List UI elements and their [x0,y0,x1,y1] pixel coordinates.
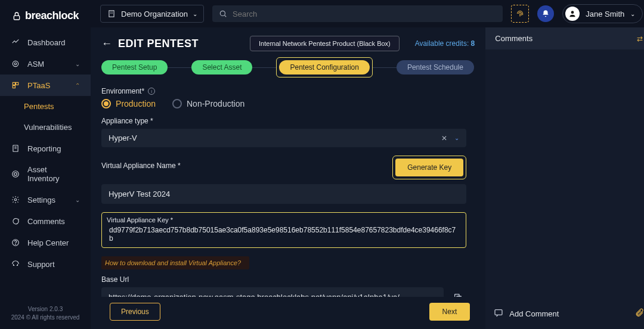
search-input[interactable] [233,10,497,18]
main: Demo Organization ⌄ Jane Smith ⌄ ← EDI [91,0,644,329]
sidebar-nav: Dashboard ASM ⌄ PTaaS ⌃ Pentests Vulnera… [0,32,91,299]
sidebar-footer: Version 2.0.3 2024 © All rights reserved [0,299,91,329]
target-icon [11,59,20,69]
comments-panel: Comments ⇄ Add Comment [485,27,644,329]
sidebar: breachlock Dashboard ASM ⌄ PTaaS ⌃ Pente… [0,0,91,329]
brand-text: breachlock [25,10,79,22]
sidebar-item-reporting[interactable]: Reporting [0,138,91,159]
clear-icon[interactable]: ✕ [441,134,447,142]
generate-key-button[interactable]: Generate Key [395,159,463,176]
step-configuration[interactable]: Pentest Configuration [279,60,369,75]
svg-point-2 [14,63,17,65]
step-schedule[interactable]: Pentest Schedule [397,60,474,75]
sidebar-item-help[interactable]: Help Center [0,232,91,253]
credits-label: Available credits: 8 [415,39,475,48]
back-arrow[interactable]: ← [101,38,112,50]
radio-dot-icon [172,99,182,108]
svg-point-13 [220,11,225,15]
topbar: Demo Organization ⌄ Jane Smith ⌄ [91,0,644,27]
expand-icon[interactable]: ⇄ [637,35,643,43]
product-chip: Internal Network Pentest Product (Black … [250,36,400,51]
svg-rect-0 [14,15,19,20]
sidebar-item-asset-inventory[interactable]: Asset Inventory [0,159,91,189]
va-key-group: Virtual Appliance Key * dd9779f2b713aecd… [101,212,466,248]
chevron-up-icon: ⌃ [75,82,80,89]
svg-point-9 [14,198,17,201]
svg-rect-12 [109,11,114,17]
sidebar-item-vulnerabilities[interactable]: Vulnerabilities [0,117,91,138]
chevron-down-icon: ⌄ [454,135,459,141]
sidebar-item-ptaas[interactable]: PTaaS ⌃ [0,75,91,96]
appliance-type-label: Appliance type * [101,117,466,125]
svg-rect-5 [13,86,15,88]
sidebar-item-pentests[interactable]: Pentests [0,96,91,117]
support-icon [11,259,20,269]
va-name-input[interactable] [101,184,466,204]
svg-point-7 [13,171,19,178]
va-key-value: dd9779f2b713aecd757b8db75015ae3ca0f5a893… [107,225,461,244]
attach-icon[interactable] [634,308,644,319]
avatar-icon [565,7,580,21]
svg-point-1 [13,61,18,66]
svg-rect-3 [13,82,15,85]
help-download-link[interactable]: How to download and install Virtual Appl… [101,256,249,269]
fingerprint-badge[interactable] [511,5,529,23]
next-button[interactable]: Next [429,303,470,321]
svg-rect-17 [495,310,502,315]
building-icon [107,9,116,18]
sidebar-item-dashboard[interactable]: Dashboard [0,32,91,53]
gear-icon [11,195,20,204]
org-picker[interactable]: Demo Organization ⌄ [100,5,204,23]
search-icon [218,9,228,18]
svg-point-11 [16,244,16,245]
step-setup[interactable]: Pentest Setup [101,60,168,75]
va-key-label: Virtual Appliance Key * [107,216,461,224]
sidebar-item-support[interactable]: Support [0,253,91,275]
sidebar-item-settings[interactable]: Settings ⌄ [0,189,91,210]
help-icon [11,238,20,247]
chevron-down-icon: ⌄ [75,197,80,203]
svg-rect-4 [16,82,18,85]
form-nav: Previous Next [101,297,475,329]
comments-footer: Add Comment [485,302,644,329]
appliance-type-select[interactable]: Hyper-V ✕ ⌄ [101,129,466,147]
chevron-down-icon: ⌄ [193,11,197,17]
radio-dot-icon [101,99,111,108]
base-url-input[interactable] [101,287,444,297]
comment-icon [494,308,503,319]
base-url-label: Base Url [101,275,466,284]
notifications-button[interactable] [537,5,554,22]
ptaas-icon [11,80,20,90]
comment-icon [11,216,20,226]
brand-logo[interactable]: breachlock [12,10,79,22]
form-area: ← EDIT PENTEST Internal Network Pentest … [91,27,485,329]
sidebar-item-asm[interactable]: ASM ⌄ [0,53,91,75]
svg-point-14 [571,11,574,14]
step-select-asset[interactable]: Select Asset [191,60,252,75]
radio-non-production[interactable]: Non-Production [172,99,244,108]
stepper: Pentest Setup Select Asset Pentest Confi… [101,57,475,77]
search-bar[interactable] [212,5,503,22]
chevron-down-icon: ⌄ [630,11,635,17]
page-title: EDIT PENTEST [118,38,199,50]
previous-button[interactable]: Previous [110,303,160,321]
user-menu[interactable]: Jane Smith ⌄ [562,4,643,23]
info-icon[interactable]: i [148,88,155,95]
comments-header: Comments ⇄ [485,27,644,49]
svg-point-8 [14,173,17,176]
chevron-down-icon: ⌄ [75,61,80,67]
comments-body [485,49,644,302]
add-comment-input[interactable]: Add Comment [509,309,628,318]
sidebar-item-comments[interactable]: Comments [0,210,91,232]
inventory-icon [11,169,20,179]
va-name-label: Virtual Appliance Name * [101,162,384,170]
radio-production[interactable]: Production [101,99,156,108]
environment-label: Environment* i [101,87,466,95]
copy-button[interactable] [450,289,466,297]
report-icon [11,144,20,153]
lock-icon [12,11,21,21]
dashboard-icon [11,38,20,47]
